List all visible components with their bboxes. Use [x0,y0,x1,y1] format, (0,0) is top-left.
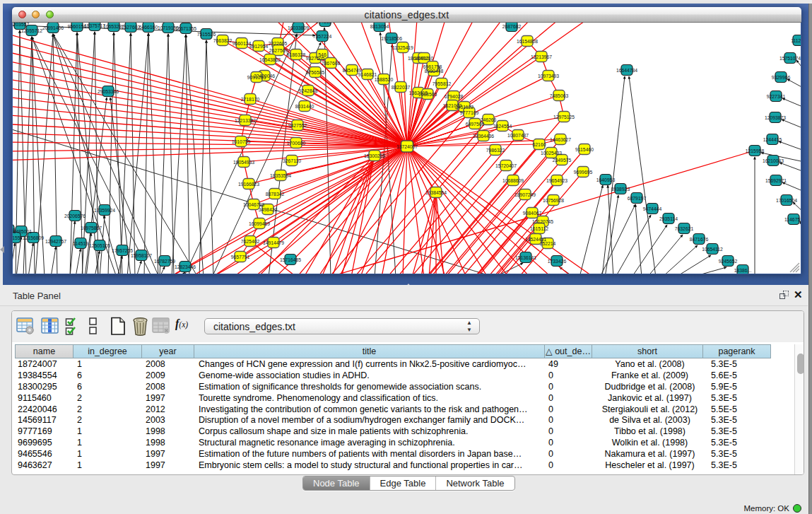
svg-text:8990448: 8990448 [425,69,444,74]
svg-text:12975125: 12975125 [553,115,575,119]
svg-text:10120745: 10120745 [532,219,553,224]
svg-text:16543862: 16543862 [259,57,281,62]
svg-text:8822037: 8822037 [392,85,411,90]
svg-text:19166823: 19166823 [238,182,259,187]
svg-text:16033809: 16033809 [288,25,309,30]
svg-text:17359924: 17359924 [94,208,115,213]
svg-text:18300295: 18300295 [364,153,385,158]
svg-text:15716485: 15716485 [280,257,301,262]
svg-text:12942757: 12942757 [45,239,66,244]
svg-text:15720407: 15720407 [495,163,517,168]
svg-text:20364436: 20364436 [473,134,494,139]
svg-text:9115460: 9115460 [575,147,594,152]
svg-text:12093873: 12093873 [765,115,786,120]
svg-text:14914479: 14914479 [263,240,284,245]
svg-text:9699695: 9699695 [574,170,593,175]
svg-text:8031440: 8031440 [295,104,314,109]
svg-text:11325419: 11325419 [392,45,413,50]
svg-text:20206576: 20206576 [64,214,86,218]
svg-text:10688609: 10688609 [502,178,524,183]
svg-text:62160: 62160 [533,142,546,147]
svg-text:1527602: 1527602 [122,25,141,30]
svg-text:1588520: 1588520 [375,77,394,82]
svg-text:2718170: 2718170 [241,97,260,102]
svg-text:10654112: 10654112 [702,247,723,252]
svg-text:19054933: 19054933 [233,160,254,165]
svg-text:8186328: 8186328 [287,52,306,57]
svg-text:9660124: 9660124 [233,41,252,46]
svg-text:7357224: 7357224 [313,34,332,39]
svg-text:391557: 391557 [13,235,23,240]
svg-text:18724007: 18724007 [396,144,418,149]
svg-text:15136141: 15136141 [515,255,536,260]
svg-text:7632621: 7632621 [675,226,694,231]
svg-text:6466160: 6466160 [139,25,158,30]
svg-text:29053346: 29053346 [98,89,119,94]
svg-text:3824554: 3824554 [493,124,512,129]
svg-text:15692971: 15692971 [765,178,787,183]
svg-text:1146753: 1146753 [784,217,801,222]
svg-text:111243: 111243 [791,38,801,43]
svg-text:19218506: 19218506 [381,36,402,41]
svg-text:8878342: 8878342 [266,192,285,197]
svg-text:12823446: 12823446 [175,264,196,269]
svg-text:9657791: 9657791 [231,255,250,259]
svg-text:6879197: 6879197 [628,196,647,201]
svg-text:17016504: 17016504 [776,198,797,203]
svg-text:18353594: 18353594 [270,173,291,178]
svg-text:18375717: 18375717 [84,23,105,28]
svg-text:16210043: 16210043 [763,158,784,163]
svg-text:2867608: 2867608 [322,61,341,66]
svg-text:8938923: 8938923 [611,187,630,192]
svg-text:6961758: 6961758 [423,64,442,69]
svg-text:546: 546 [318,52,326,57]
svg-text:9046554: 9046554 [316,23,335,24]
svg-text:9427552: 9427552 [288,123,307,128]
svg-text:8912954: 8912954 [249,44,269,49]
svg-text:16154808: 16154808 [517,39,538,44]
svg-text:6794028: 6794028 [445,94,464,99]
svg-text:2687682: 2687682 [502,24,522,29]
svg-text:2349575: 2349575 [553,158,572,163]
svg-text:10975867: 10975867 [81,226,102,230]
svg-text:114519: 114519 [73,241,88,246]
svg-text:7485063: 7485063 [550,93,569,98]
svg-text:9227341: 9227341 [767,94,786,99]
svg-text:16099469: 16099469 [249,221,270,226]
svg-text:9777169: 9777169 [460,110,479,115]
svg-text:2322605: 2322605 [269,41,288,46]
svg-text:9245652: 9245652 [719,259,738,264]
svg-text:20691406: 20691406 [42,25,64,30]
svg-text:1244415: 1244415 [763,137,782,142]
svg-text:16671355: 16671355 [175,26,196,31]
svg-text:8813054: 8813054 [370,24,389,29]
svg-text:6497508: 6497508 [466,122,485,127]
svg-text:7515526: 7515526 [197,32,216,37]
svg-text:15958107: 15958107 [131,253,152,258]
svg-text:1215958: 1215958 [746,148,765,153]
svg-text:1733426: 1733426 [548,259,567,264]
svg-text:9474444: 9474444 [643,206,662,211]
svg-text:10046798: 10046798 [243,202,264,207]
svg-text:17957255: 17957255 [112,248,133,253]
svg-text:10025433: 10025433 [541,151,562,156]
svg-text:9146821: 9146821 [358,72,377,77]
svg-text:19654923: 19654923 [546,178,567,183]
svg-text:2627509: 2627509 [269,48,288,53]
svg-text:9091203: 9091203 [247,75,266,80]
svg-text:8471676: 8471676 [690,237,709,242]
svg-text:18386...: 18386... [734,268,752,273]
svg-text:12505105: 12505105 [89,243,110,248]
svg-text:9242848: 9242848 [299,88,318,93]
svg-text:16644784: 16644784 [616,68,637,73]
svg-text:12156809: 12156809 [23,235,44,240]
svg-text:1203557: 1203557 [13,23,29,27]
svg-text:1049210: 1049210 [415,56,434,61]
svg-text:12055712: 12055712 [21,28,42,33]
svg-text:10756928: 10756928 [543,198,564,203]
svg-text:1700680: 1700680 [287,141,306,146]
svg-text:7663822: 7663822 [213,38,233,43]
svg-text:1640953: 1640953 [596,177,616,182]
svg-text:9084067: 9084067 [523,211,542,216]
svg-text:14463627: 14463627 [550,137,571,142]
